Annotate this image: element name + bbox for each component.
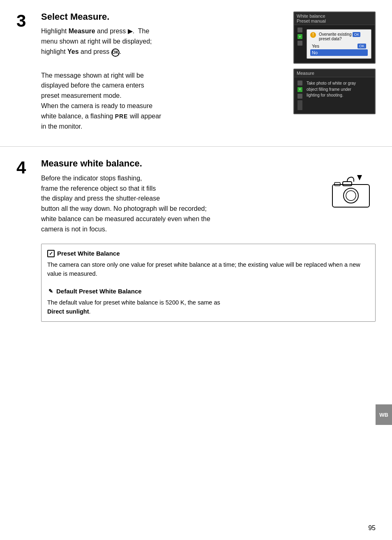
page-number: 95 [368, 524, 376, 532]
svg-point-2 [346, 191, 356, 201]
screen1-header1: White balance Preset manual [294, 12, 375, 25]
screen2-text2: object filling frame under [307, 87, 371, 93]
step4-content: Measure white balance. Before the indica… [38, 158, 376, 321]
dialog-text: Overwrite existing preset data? [319, 32, 351, 41]
step4-line3: the display and press the shutter-releas… [41, 195, 160, 202]
note2-title-text: Default Preset White Balance [56, 287, 142, 296]
ok-badge: OK [353, 32, 360, 37]
note2-body-line1: The default value for preset white balan… [47, 299, 220, 306]
step4-body: Before the indicator stops flashing, fra… [41, 173, 376, 238]
dialog-warning-row: ! Overwrite existing preset data? OK [310, 32, 368, 41]
step4-line5: white balance can be measured accurately… [41, 215, 210, 222]
screen2-text: Take photo of white or gray object filli… [307, 81, 371, 110]
step3-images: White balance Preset manual Y [293, 12, 376, 135]
screen2-body: Y Take photo of white or gray object fil… [294, 77, 375, 113]
option-yes: Yes OK [310, 43, 368, 49]
screen1-side: Y [297, 28, 304, 60]
screen2-inner: Y Take photo of white or gray object fil… [297, 81, 371, 110]
step4-line1: Before the indicator stops flashing, [41, 175, 142, 182]
step3-content: Select Measure. Highlight Measure and pr… [38, 12, 285, 135]
screen2-header: Measure [294, 69, 375, 77]
note-spacer [47, 283, 369, 287]
svg-marker-4 [357, 175, 362, 180]
measure-bold: Measure [69, 28, 95, 35]
step3-title: Select Measure. [41, 12, 285, 22]
note2-section: ✎ Default Preset White Balance The defau… [47, 287, 369, 316]
note1-section: ✓ Preset White Balance The camera can st… [47, 249, 369, 279]
yes-bold: Yes [67, 48, 79, 55]
wb-badge: WB [376, 404, 392, 425]
dialog-title: Overwrite existing [319, 32, 351, 37]
screen2-icon2: Y [297, 87, 302, 92]
notes-box: ✓ Preset White Balance The camera can st… [41, 244, 376, 322]
shutter-svg [328, 174, 374, 209]
step4-section: 4 Measure white balance. Before the indi… [0, 147, 392, 333]
ok-small: OK [357, 44, 366, 48]
page-container: 3 Select Measure. Highlight Measure and … [0, 0, 392, 540]
note2-body-bold: Direct sunlight [47, 308, 89, 315]
svg-rect-3 [343, 182, 352, 186]
step3-section: 3 Select Measure. Highlight Measure and … [0, 0, 392, 147]
option-yes-text: Yes [312, 44, 319, 48]
screen2-icon3 [297, 94, 302, 99]
note2-icon: ✎ [47, 288, 54, 295]
note1-body: The camera can store only one value for … [47, 261, 369, 279]
note2-body: The default value for preset white balan… [47, 298, 369, 316]
option-no-text: No [312, 50, 318, 55]
shutter-icon [326, 173, 376, 210]
step3-title-text: Select Measure. [41, 12, 109, 22]
note1-title: ✓ Preset White Balance [47, 249, 369, 258]
step4-line2: frame the reference object so that it fi… [41, 185, 156, 192]
side-icon1 [297, 28, 302, 32]
screen2-side: Y [297, 81, 304, 110]
note2-title: ✎ Default Preset White Balance [47, 287, 369, 296]
step4-number: 4 [16, 158, 38, 321]
step4-body-inner: Before the indicator stops flashing, fra… [41, 173, 376, 238]
step4-title: Measure white balance. [41, 158, 376, 169]
step4-line4: button all the way down. No photograph w… [41, 205, 207, 212]
screen2-text3: lighting for shooting. [307, 92, 371, 99]
step3-para1: Highlight Measure and press ▶. The menu … [41, 26, 285, 57]
step3-para2: The message shown at right will be displ… [41, 71, 285, 132]
side-icon2: Y [297, 34, 302, 39]
screen1-body: Y ! Overwrite existing preset data? [294, 25, 375, 63]
screen2: Measure Y Take photo of white or gray ob… [293, 69, 376, 114]
screen1-dialog: ! Overwrite existing preset data? OK Yes [307, 28, 371, 60]
dialog-box1: ! Overwrite existing preset data? OK Yes [307, 29, 371, 59]
screen1: White balance Preset manual Y [293, 12, 376, 64]
step4-text: Before the indicator stops flashing, fra… [41, 173, 326, 238]
screen1-header2-text: Preset manual [297, 18, 372, 23]
option-no: No [310, 49, 368, 56]
warning-icon: ! [310, 32, 316, 38]
screen2-icon1 [297, 81, 302, 85]
dialog-title2: preset data? [319, 37, 351, 41]
pre-text: PRE [115, 113, 128, 120]
step4-para: Before the indicator stops flashing, fra… [41, 173, 326, 235]
note2-body-end: . [89, 308, 91, 315]
step3-body: Highlight Measure and press ▶. The menu … [41, 26, 285, 132]
note1-icon: ✓ [47, 250, 55, 257]
screen2-text1: Take photo of white or gray [307, 81, 371, 87]
screen1-left: Y ! Overwrite existing preset data? [297, 28, 371, 60]
side-icon3 [297, 41, 302, 46]
note1-title-text: Preset White Balance [57, 249, 120, 258]
step4-line6: camera is not in focus. [41, 226, 107, 233]
screen2-icon4 [297, 100, 302, 110]
step3-number: 3 [16, 12, 38, 135]
screen1-header1-text: White balance [297, 14, 372, 18]
